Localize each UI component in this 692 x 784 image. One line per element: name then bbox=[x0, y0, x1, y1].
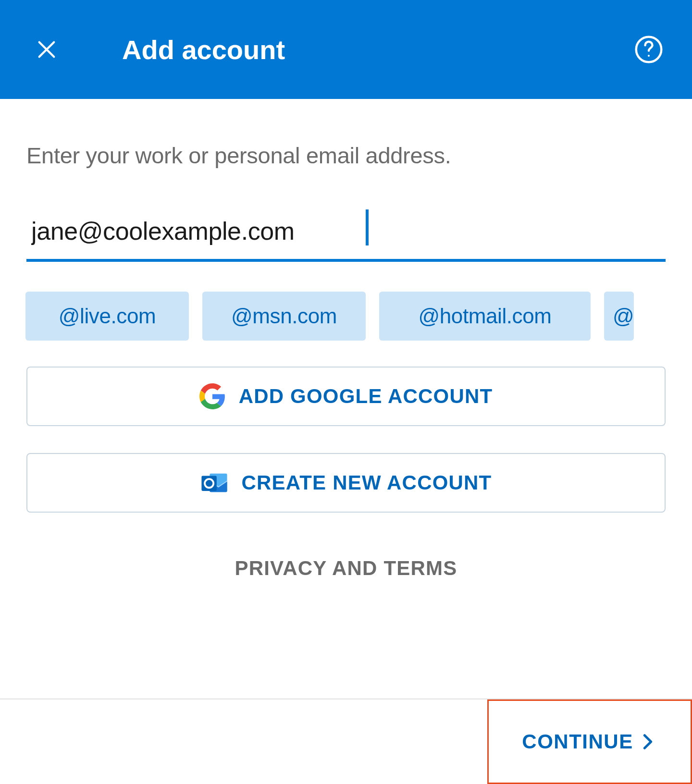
text-caret bbox=[366, 209, 369, 245]
page-title: Add account bbox=[122, 34, 634, 65]
main-content: Enter your work or personal email addres… bbox=[0, 99, 692, 580]
prompt-label: Enter your work or personal email addres… bbox=[26, 142, 666, 169]
email-field[interactable] bbox=[26, 217, 666, 262]
domain-chip-live[interactable]: @live.com bbox=[25, 292, 189, 341]
create-new-account-button[interactable]: CREATE NEW ACCOUNT bbox=[26, 453, 666, 513]
email-field-wrapper bbox=[26, 217, 666, 262]
domain-chip-hotmail[interactable]: @hotmail.com bbox=[379, 292, 591, 341]
outlook-button-label: CREATE NEW ACCOUNT bbox=[242, 471, 492, 494]
google-button-label: ADD GOOGLE ACCOUNT bbox=[239, 385, 493, 408]
chevron-right-icon bbox=[643, 735, 657, 749]
privacy-terms-link[interactable]: PRIVACY AND TERMS bbox=[26, 557, 666, 580]
svg-point-3 bbox=[648, 55, 650, 57]
domain-suggestions: @live.com @msn.com @hotmail.com @ bbox=[25, 292, 666, 341]
close-icon[interactable] bbox=[34, 37, 60, 62]
continue-label: CONTINUE bbox=[522, 730, 633, 753]
outlook-icon bbox=[200, 469, 228, 497]
continue-button[interactable]: CONTINUE bbox=[487, 699, 692, 784]
domain-chip-msn[interactable]: @msn.com bbox=[202, 292, 366, 341]
domain-chip-more[interactable]: @ bbox=[604, 292, 634, 341]
add-google-account-button[interactable]: ADD GOOGLE ACCOUNT bbox=[26, 367, 666, 426]
footer-bar: CONTINUE bbox=[0, 698, 692, 784]
google-icon bbox=[199, 383, 225, 409]
help-icon[interactable] bbox=[634, 35, 663, 64]
app-header: Add account bbox=[0, 0, 692, 99]
